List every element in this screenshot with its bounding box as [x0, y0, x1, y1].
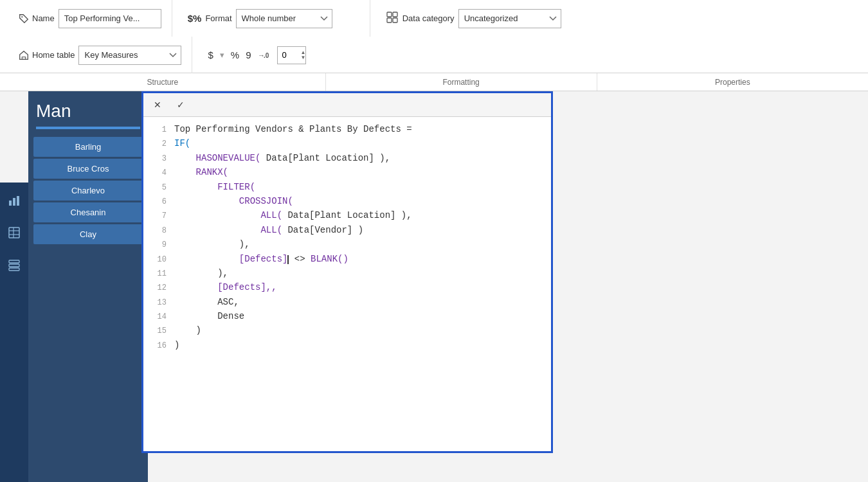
comma-symbol[interactable]: 9: [246, 49, 251, 60]
dropdown-arrow-dollar: ▾: [220, 50, 224, 60]
formula-line-16: 16 ): [146, 338, 548, 352]
section-structure: Structure: [0, 73, 326, 91]
toolbar-row-1: Name $% Format Whole number Decimal numb…: [8, 0, 860, 37]
svg-rect-1: [387, 12, 392, 17]
decimal-arrow-icon: → .0: [258, 49, 271, 60]
formula-line-14: 14 Dense: [146, 309, 548, 323]
formula-line-4: 4 RANKX(: [146, 165, 548, 179]
formula-line-3: 3 HASONEVALUE( Data[Plant Location] ),: [146, 151, 548, 165]
formula-line-1: 1 Top Performing Vendors & Plants By Def…: [146, 122, 548, 136]
svg-rect-10: [17, 196, 19, 206]
data-category-select[interactable]: Uncategorized Address City Country Web U…: [458, 9, 561, 28]
svg-rect-17: [9, 268, 19, 271]
svg-text:.0: .0: [264, 51, 269, 58]
sidebar-item-bruce-cros[interactable]: Bruce Cros: [33, 159, 143, 179]
formula-line-6: 6 CROSSJOIN(: [146, 194, 548, 208]
decimal-value-input[interactable]: [278, 47, 301, 64]
formula-line-8: 8 ALL( Data[Vendor] ): [146, 223, 548, 237]
layers-icon: [8, 258, 21, 271]
svg-point-0: [21, 16, 23, 17]
svg-rect-15: [9, 260, 19, 263]
formula-line-10: 10 [Defects] <> BLANK(): [146, 252, 548, 266]
sidebar-list: Barling Bruce Cros Charlevo Chesanin Cla…: [28, 137, 148, 244]
section-properties: Properties: [597, 73, 868, 91]
format-currency-icon: $%: [188, 13, 202, 24]
formula-line-7: 7 ALL( Data[Plant Location] ),: [146, 208, 548, 222]
formula-toolbar: ✕ ✓: [143, 93, 551, 117]
formula-editor-overlay: ✕ ✓ 1 Top Performing Vendors & Plants By…: [141, 91, 553, 453]
formula-line-9: 9 ),: [146, 237, 548, 251]
svg-rect-2: [393, 12, 397, 17]
formula-line-11: 11 ),: [146, 266, 548, 280]
decimal-spinner: ▲ ▼: [301, 50, 306, 60]
tag-icon: [18, 13, 30, 24]
svg-rect-9: [13, 198, 15, 206]
format-select[interactable]: Whole number Decimal number Fixed decima…: [236, 9, 332, 28]
decimal-increase-icon[interactable]: → .0: [258, 49, 271, 62]
formula-line-15: 15 ): [146, 323, 548, 337]
decimal-down-btn[interactable]: ▼: [301, 55, 306, 60]
sidebar-title: Man: [28, 91, 148, 127]
name-label: Name: [18, 13, 55, 24]
format-label: Format: [205, 13, 231, 23]
sidebar-item-barling[interactable]: Barling: [33, 137, 143, 157]
decimal-places-input: ▲ ▼: [277, 46, 307, 64]
formula-line-13: 13 ASC,: [146, 295, 548, 309]
sidebar-blue-bar: [36, 127, 140, 129]
data-category-group: Data category Uncategorized Address City…: [375, 0, 594, 37]
svg-rect-11: [9, 228, 19, 238]
sidebar-icons: [0, 183, 28, 482]
svg-rect-4: [393, 18, 397, 22]
format-group: $% Format Whole number Decimal number Fi…: [177, 0, 370, 37]
svg-rect-8: [9, 201, 12, 206]
home-icon: [18, 49, 30, 61]
svg-rect-3: [387, 18, 392, 22]
data-category-label: Data category: [402, 13, 455, 23]
svg-rect-5: [22, 57, 25, 59]
toolbar-row-2: Home table Key Measures Data Vendors $ ▾…: [8, 37, 860, 73]
svg-rect-16: [9, 264, 19, 267]
bar-chart-icon: [8, 194, 21, 207]
data-category-icon: [386, 11, 399, 26]
layers-icon-btn[interactable]: [3, 253, 26, 276]
sidebar-item-chesanin[interactable]: Chesanin: [33, 202, 143, 222]
data-category-svg: [386, 11, 399, 24]
main-content: Man Barling Bruce Cros Charlevo Chesanin…: [0, 91, 868, 482]
formula-code-editor[interactable]: 1 Top Performing Vendors & Plants By Def…: [143, 117, 551, 451]
formula-line-2: 2 IF(: [146, 136, 548, 150]
home-table-group: Home table Key Measures Data Vendors: [8, 37, 192, 73]
formula-confirm-btn[interactable]: ✓: [172, 96, 190, 114]
dollar-symbol[interactable]: $: [208, 49, 213, 60]
name-input[interactable]: [59, 9, 161, 28]
bar-chart-icon-btn[interactable]: [3, 189, 26, 212]
name-group: Name: [8, 0, 172, 37]
sidebar-item-charlevo[interactable]: Charlevo: [33, 181, 143, 201]
percent-symbol[interactable]: %: [231, 49, 239, 60]
formula-cancel-btn[interactable]: ✕: [149, 96, 167, 114]
section-formatting: Formatting: [326, 73, 597, 91]
section-labels: Structure Formatting Properties: [0, 73, 868, 91]
home-table-label: Home table: [18, 49, 75, 61]
formula-line-12: 12 [Defects],,: [146, 280, 548, 294]
sidebar-content: Man Barling Bruce Cros Charlevo Chesanin…: [28, 91, 148, 482]
formula-line-5: 5 FILTER(: [146, 180, 548, 194]
table-icon-btn[interactable]: [3, 221, 26, 244]
home-table-select[interactable]: Key Measures Data Vendors: [78, 46, 181, 65]
toolbar: Name $% Format Whole number Decimal numb…: [0, 0, 868, 73]
table-icon: [8, 226, 21, 239]
formatting-symbols-group: $ ▾ % 9 → .0 ▲ ▼: [197, 37, 390, 73]
sidebar-item-clay[interactable]: Clay: [33, 224, 143, 244]
